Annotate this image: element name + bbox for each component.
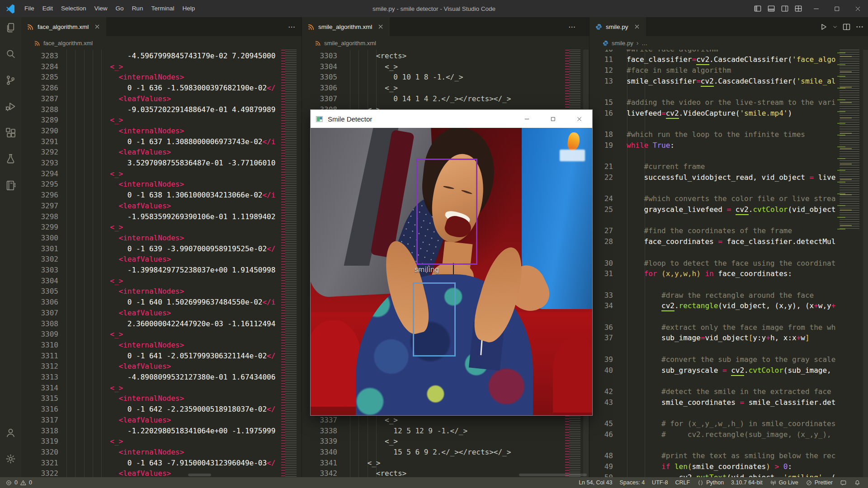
- line-number: 16: [590, 108, 613, 119]
- minimize-button[interactable]: [514, 110, 540, 128]
- menu-go[interactable]: Go: [112, 0, 128, 17]
- code-line: 3312<leafValues>: [21, 361, 280, 372]
- menu-run[interactable]: Run: [128, 0, 147, 17]
- code-line: 27#find the coordinates of the frame: [590, 225, 836, 236]
- tab-face-algorithm[interactable]: face_algorithm.xml: [21, 17, 106, 36]
- layout-sidebar-left-icon[interactable]: [753, 4, 762, 13]
- tab-label: smile_algorithm.xml: [318, 23, 372, 30]
- breadcrumb[interactable]: smile.py › …: [590, 36, 868, 50]
- status-utf-8[interactable]: UTF-8: [648, 477, 671, 488]
- code-text: #draw the rectangle around the face: [661, 290, 814, 301]
- split-editor-icon[interactable]: [842, 22, 851, 32]
- line-number: 3300: [30, 233, 58, 244]
- layout-panel-icon[interactable]: [767, 4, 776, 13]
- code-line: 12#face in smile algorithm: [590, 65, 836, 76]
- more-actions-icon[interactable]: [855, 22, 864, 32]
- code-line: 33110 -1 641 -2.0517999306321144e-02</: [21, 351, 280, 361]
- code-text: #convert the sub image to the gray scale: [661, 354, 835, 365]
- code-text: while True:: [627, 140, 675, 151]
- tab-close-icon[interactable]: [94, 23, 101, 30]
- code-text: #extract only the face image from the wh…: [661, 322, 836, 333]
- code-line: 18#which run the loop to the infinite ti…: [590, 129, 836, 140]
- chevron-down-icon[interactable]: [832, 22, 838, 32]
- line-number: 3315: [30, 393, 58, 404]
- menu-file[interactable]: File: [20, 0, 38, 17]
- breadcrumb-item[interactable]: …: [642, 40, 647, 47]
- extensions-icon[interactable]: [0, 122, 21, 143]
- status-spaces-4[interactable]: Spaces: 4: [616, 477, 649, 488]
- breadcrumb-item[interactable]: face_algorithm.xml: [43, 40, 93, 47]
- customize-layout-icon[interactable]: [794, 4, 803, 13]
- status-feedback[interactable]: [836, 477, 850, 488]
- code-line: 33160 -1 642 -2.2359000518918037e-02</: [21, 404, 280, 415]
- editor-smile-py[interactable]: 10#write face algorithm11face_classifier…: [590, 17, 836, 477]
- line-number: 24: [590, 193, 613, 204]
- code-line: 13smile_classifier=cv2.CascadeClassifier…: [590, 76, 836, 87]
- minimize-button[interactable]: [806, 0, 826, 17]
- line-number: 15: [590, 97, 613, 108]
- layout-sidebar-right-icon[interactable]: [780, 4, 789, 13]
- minimap[interactable]: [836, 50, 863, 230]
- menu-selection[interactable]: Selection: [57, 0, 90, 17]
- maximize-button[interactable]: [826, 0, 847, 17]
- line-number: 3304: [30, 276, 58, 286]
- tab-smile-py[interactable]: smile.py: [590, 17, 646, 36]
- code-text: <_>: [110, 222, 123, 233]
- tab-label: smile.py: [606, 23, 628, 30]
- tab-close-icon[interactable]: [377, 23, 384, 30]
- title-bar: FileEditSelectionViewGoRunTerminalHelp s…: [0, 0, 868, 17]
- problems-status[interactable]: 0 0: [0, 477, 36, 488]
- line-number: 36: [590, 322, 613, 333]
- status-go-live[interactable]: Go Live: [766, 477, 802, 488]
- code-text: -9.0357202291488647e-01 4.49879989: [127, 104, 276, 115]
- tab-smile-algorithm[interactable]: smile_algorithm.xml: [302, 17, 390, 36]
- menu-terminal[interactable]: Terminal: [147, 0, 178, 17]
- code-line: 43smile_coordinates = smile_classifier.d…: [590, 397, 836, 408]
- breadcrumb-item[interactable]: smile_algorithm.xml: [324, 40, 376, 47]
- menu-help[interactable]: Help: [178, 0, 199, 17]
- code-text: 0 -1 636 -1.5983000397682190e-02</: [127, 83, 276, 94]
- notebook-icon[interactable]: [0, 175, 21, 196]
- minimap[interactable]: [280, 50, 297, 477]
- code-line: 36#extract only the face image from the …: [590, 322, 836, 333]
- more-actions-icon[interactable]: ⋯: [288, 17, 295, 36]
- explorer-icon[interactable]: [0, 17, 21, 38]
- horizontal-scrollbar[interactable]: [519, 474, 587, 476]
- status-crlf[interactable]: CRLF: [672, 477, 694, 488]
- vertical-scrollbar[interactable]: [863, 50, 868, 477]
- breadcrumb[interactable]: smile_algorithm.xml: [302, 36, 589, 50]
- status-python[interactable]: Python: [693, 477, 727, 488]
- tab-close-icon[interactable]: [633, 23, 641, 30]
- editor-face-algorithm[interactable]: 3283-4.5967999845743179e-02 7.2094500032…: [21, 17, 280, 477]
- code-text: <_>: [385, 415, 398, 426]
- breadcrumb[interactable]: face_algorithm.xml: [21, 36, 302, 50]
- menu-edit[interactable]: Edit: [38, 0, 57, 17]
- account-icon[interactable]: [0, 422, 21, 443]
- status-ln-54-col-43[interactable]: Ln 54, Col 43: [575, 477, 616, 488]
- source-control-icon[interactable]: [0, 70, 21, 91]
- settings-icon[interactable]: [0, 448, 21, 469]
- code-text: <leafValues>: [119, 147, 171, 158]
- run-debug-icon[interactable]: [0, 96, 21, 117]
- search-icon[interactable]: [0, 43, 21, 65]
- maximize-button[interactable]: [540, 110, 566, 128]
- status-3-10-7-64-bit[interactable]: 3.10.7 64-bit: [727, 477, 766, 488]
- code-line: 50cv2.putText(vid_object, 'smiling', (: [590, 472, 836, 478]
- code-text: <_>: [110, 383, 123, 394]
- slash-circle-icon: [806, 479, 812, 486]
- detector-app-icon: [315, 115, 324, 123]
- horizontal-scrollbar[interactable]: [188, 474, 211, 476]
- status-bell[interactable]: [850, 477, 864, 488]
- smile-detection-box: [413, 282, 456, 357]
- more-actions-icon[interactable]: ⋯: [568, 17, 576, 36]
- close-button[interactable]: [847, 0, 868, 17]
- line-number: 48: [590, 450, 613, 461]
- breadcrumb-item[interactable]: smile.py: [612, 40, 633, 47]
- detector-title-bar[interactable]: Smile Detector: [311, 110, 592, 128]
- testing-icon[interactable]: [0, 148, 21, 169]
- menu-view[interactable]: View: [90, 0, 112, 17]
- run-python-file-icon[interactable]: [819, 22, 828, 32]
- status-prettier[interactable]: Prettier: [802, 477, 836, 488]
- close-button[interactable]: [566, 110, 592, 128]
- code-line: 3305<internalNodes>: [21, 286, 280, 297]
